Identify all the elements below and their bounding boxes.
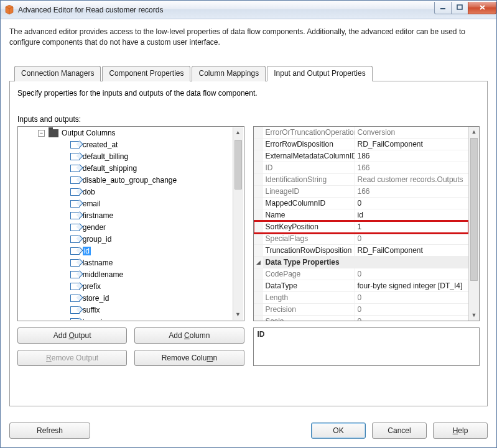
tree-node-column[interactable]: prefix <box>19 281 233 293</box>
property-value[interactable]: RD_FailComponent <box>355 139 469 150</box>
ok-button[interactable]: OK <box>311 423 366 439</box>
property-row[interactable]: DataTypefour-byte signed integer [DT_I4] <box>254 280 469 292</box>
tab-connection-managers[interactable]: Connection Managers <box>14 66 101 81</box>
property-name: Name <box>263 209 355 221</box>
property-value[interactable]: 1 <box>355 221 469 232</box>
property-value[interactable]: id <box>355 209 469 221</box>
property-name: ID <box>263 162 355 173</box>
scroll-up-icon[interactable]: ▲ <box>469 127 479 137</box>
tree-view[interactable]: −Output Columns created_at default_billi… <box>17 126 244 321</box>
property-row[interactable]: Scale0 <box>254 316 469 321</box>
property-row[interactable]: SortKeyPosition1 <box>254 221 469 233</box>
tree-node-column[interactable]: gender <box>19 222 233 234</box>
property-value[interactable]: 0 <box>355 268 469 280</box>
property-value[interactable]: 0 <box>355 316 469 321</box>
property-value[interactable]: Conversion <box>355 127 469 138</box>
scroll-thumb[interactable] <box>235 140 242 190</box>
tree-node-column[interactable]: created_at <box>19 139 233 151</box>
expand-icon <box>254 268 263 280</box>
column-icon <box>70 283 80 290</box>
tree-label: gender <box>83 223 106 232</box>
property-name: IdentificationString <box>263 174 355 185</box>
tree-node-column[interactable]: default_shipping <box>19 163 233 175</box>
tree-node-column[interactable]: store_id <box>19 293 233 304</box>
refresh-button[interactable]: Refresh <box>9 423 90 439</box>
scroll-down-icon[interactable]: ▼ <box>233 309 243 320</box>
property-value[interactable]: 166 <box>355 162 469 173</box>
tree-node-column[interactable]: default_billing <box>19 151 233 163</box>
expand-icon[interactable]: ◢ <box>254 257 263 268</box>
tree-node-column[interactable]: disable_auto_group_change <box>19 175 233 186</box>
property-value[interactable]: four-byte signed integer [DT_I4] <box>355 280 469 291</box>
svg-rect-1 <box>457 5 462 9</box>
scroll-down-icon[interactable]: ▼ <box>469 310 479 321</box>
property-row[interactable]: ErrorRowDispositionRD_FailComponent <box>254 139 469 150</box>
scroll-up-icon[interactable]: ▲ <box>233 127 243 138</box>
maximize-button[interactable] <box>451 2 468 14</box>
property-value[interactable]: 186 <box>355 150 469 162</box>
property-name: ErrorOrTruncationOperation <box>263 127 355 138</box>
tab-component-properties[interactable]: Component Properties <box>102 66 190 81</box>
property-row[interactable]: ID166 <box>254 162 469 174</box>
tree-node-column[interactable]: taxvat <box>19 316 233 320</box>
remove-column-button[interactable]: Remove Column <box>134 350 244 366</box>
property-category[interactable]: ◢Data Type Properties <box>254 257 469 268</box>
output-button-row: Add Output Add Column <box>17 327 244 344</box>
help-button[interactable]: Help <box>433 423 488 439</box>
titlebar: Advanced Editor for Read customer record… <box>1 1 496 19</box>
tree-node-column[interactable]: middlename <box>19 269 233 281</box>
property-row[interactable]: LineageID166 <box>254 186 469 198</box>
property-value[interactable]: Read customer records.Outputs <box>355 174 469 185</box>
scroll-thumb[interactable] <box>470 138 478 281</box>
tree-node-column[interactable]: dob <box>19 186 233 198</box>
property-value[interactable]: RD_FailComponent <box>355 245 469 256</box>
tree-node-column[interactable]: suffix <box>19 304 233 316</box>
close-button[interactable] <box>468 2 496 14</box>
tree-node-column[interactable]: firstname <box>19 210 233 222</box>
column-icon <box>70 295 80 302</box>
property-value[interactable]: 0 <box>355 198 469 209</box>
minimize-button[interactable] <box>434 2 452 14</box>
property-name: CodePage <box>263 268 355 280</box>
property-value[interactable]: 0 <box>355 233 469 244</box>
dialog-body: The advanced editor provides access to t… <box>1 19 496 415</box>
cancel-button[interactable]: Cancel <box>372 423 427 439</box>
tree-node-column[interactable]: email <box>19 198 233 210</box>
property-value[interactable] <box>355 257 469 268</box>
property-row[interactable]: Precision0 <box>254 304 469 316</box>
property-value[interactable]: 0 <box>355 292 469 303</box>
add-column-button[interactable]: Add Column <box>134 327 244 344</box>
property-row[interactable]: Nameid <box>254 209 469 221</box>
propgrid-scrollbar[interactable]: ▲ ▼ <box>468 127 479 321</box>
tree-node-column[interactable]: lastname <box>19 257 233 269</box>
tab-input-output-properties[interactable]: Input and Output Properties <box>267 66 372 81</box>
property-value[interactable]: 166 <box>355 186 469 197</box>
column-icon <box>70 165 80 172</box>
folder-icon <box>49 129 58 137</box>
remove-output-button[interactable]: Remove Output <box>17 350 127 366</box>
tree-label: middlename <box>83 270 123 279</box>
tree-node-column[interactable]: group_id <box>19 234 233 245</box>
property-row[interactable]: MappedColumnID0 <box>254 198 469 209</box>
add-output-button[interactable]: Add Output <box>17 327 127 344</box>
property-name: Length <box>263 292 355 303</box>
property-row[interactable]: IdentificationStringRead customer record… <box>254 174 469 186</box>
expand-icon <box>254 139 263 150</box>
tree-node-column[interactable]: id <box>19 245 233 257</box>
property-grid[interactable]: ErrorOrTruncationOperationConversionErro… <box>253 126 480 321</box>
collapse-icon[interactable]: − <box>38 130 45 137</box>
tree-node-output-columns[interactable]: −Output Columns <box>19 127 233 139</box>
property-row[interactable]: Length0 <box>254 292 469 304</box>
property-row[interactable]: ExternalMetadataColumnID186 <box>254 150 469 162</box>
property-name: Scale <box>263 316 355 321</box>
mid-row: −Output Columns created_at default_billi… <box>17 126 480 397</box>
tab-column-mappings[interactable]: Column Mappings <box>192 66 266 81</box>
svg-rect-0 <box>440 8 445 9</box>
property-row[interactable]: ErrorOrTruncationOperationConversion <box>254 127 469 139</box>
tree-scrollbar[interactable]: ▲ ▼ <box>233 127 243 320</box>
property-row[interactable]: TruncationRowDispositionRD_FailComponent <box>254 245 469 257</box>
property-value[interactable]: 0 <box>355 304 469 315</box>
property-row[interactable]: SpecialFlags0 <box>254 233 469 245</box>
property-row[interactable]: CodePage0 <box>254 268 469 280</box>
remove-button-row: Remove Output Remove Column <box>17 350 244 366</box>
